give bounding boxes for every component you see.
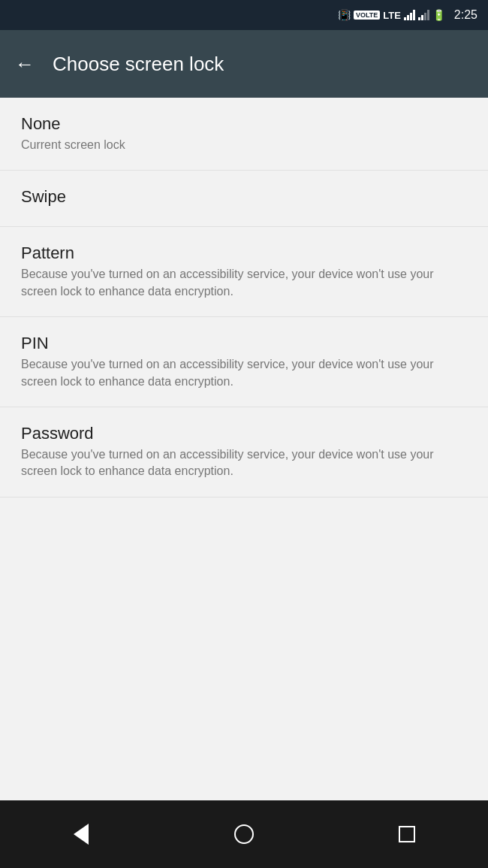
signal-icon-1 xyxy=(404,10,415,20)
item-title-none: None xyxy=(21,114,467,134)
item-title-password: Password xyxy=(21,424,467,443)
app-bar: ← Choose screen lock xyxy=(0,30,488,98)
item-title-swipe: Swipe xyxy=(21,187,467,207)
item-subtitle-password: Because you've turned on an accessibilit… xyxy=(21,446,467,480)
list-item-password[interactable]: Password Because you've turned on an acc… xyxy=(0,407,488,498)
signal-icon-2 xyxy=(418,10,429,20)
app-bar-title: Choose screen lock xyxy=(53,53,224,76)
nav-recents-icon xyxy=(399,826,415,842)
list-item-pin[interactable]: PIN Because you've turned on an accessib… xyxy=(0,317,488,407)
item-subtitle-pin: Because you've turned on an accessibilit… xyxy=(21,356,467,390)
status-time: 2:25 xyxy=(454,8,477,22)
back-arrow-icon: ← xyxy=(15,53,35,75)
item-subtitle-pattern: Because you've turned on an accessibilit… xyxy=(21,266,467,300)
item-title-pin: PIN xyxy=(21,334,467,353)
back-button[interactable]: ← xyxy=(15,54,35,74)
nav-back-button[interactable] xyxy=(59,815,104,853)
list-item-pattern[interactable]: Pattern Because you've turned on an acce… xyxy=(0,227,488,317)
list-item-none[interactable]: None Current screen lock xyxy=(0,98,488,171)
item-subtitle-none: Current screen lock xyxy=(21,137,467,153)
content-area: None Current screen lock Swipe Pattern B… xyxy=(0,98,488,800)
status-icons: 📳 VOLTE LTE 🔋 2:25 xyxy=(338,8,477,22)
nav-back-icon xyxy=(74,824,89,845)
nav-recents-button[interactable] xyxy=(384,815,429,853)
lte-icon: LTE xyxy=(383,10,401,21)
vibrate-icon: 📳 xyxy=(338,9,351,21)
status-bar: 📳 VOLTE LTE 🔋 2:25 xyxy=(0,0,488,30)
battery-icon: 🔋 xyxy=(432,9,445,21)
volte-badge: VOLTE xyxy=(354,11,380,20)
nav-home-button[interactable] xyxy=(221,815,267,853)
navigation-bar xyxy=(0,800,488,868)
list-item-swipe[interactable]: Swipe xyxy=(0,171,488,227)
nav-home-icon xyxy=(234,824,254,844)
item-title-pattern: Pattern xyxy=(21,243,467,263)
